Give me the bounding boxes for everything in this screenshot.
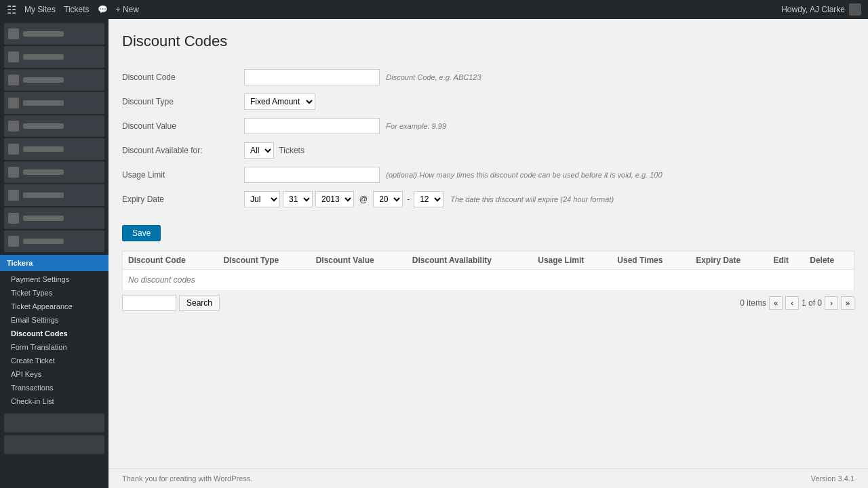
new-link[interactable]: + New	[116, 5, 139, 14]
col-expiry-date: Expiry Date	[690, 251, 768, 270]
search-input[interactable]	[122, 295, 176, 311]
first-page-button[interactable]: «	[769, 296, 783, 310]
sidebar-label	[23, 77, 64, 83]
sidebar-bottom-item-1	[4, 413, 104, 432]
page-content: Discount Codes Discount Code Discount Co…	[108, 19, 868, 325]
discount-codes-table: Discount Code Discount Type Discount Val…	[122, 251, 854, 291]
comments-icon	[8, 121, 19, 131]
sidebar-item-email-settings[interactable]: Email Settings	[0, 313, 108, 327]
usage-limit-hint: (optional) How many times this discount …	[386, 171, 662, 179]
col-discount-availability: Discount Availability	[407, 251, 532, 270]
discount-type-row: Discount Type Fixed Amount Percentage	[122, 89, 854, 114]
usage-limit-input[interactable]	[244, 167, 380, 183]
tickets-suffix: Tickets	[279, 146, 304, 155]
discount-available-select[interactable]: All	[244, 142, 274, 159]
sidebar-label	[23, 123, 64, 129]
expiry-month-select[interactable]: Jul Jan Feb Mar Apr May Jun Aug Sep Oc	[244, 191, 280, 207]
sidebar-item-tools[interactable]	[4, 207, 104, 229]
comment-icon[interactable]: 💬	[98, 5, 108, 14]
items-count: 0 items	[740, 298, 766, 308]
admin-bar: ☷ My Sites Tickets 💬 + New Howdy, AJ Cla…	[0, 0, 868, 19]
sidebar-label	[23, 239, 64, 244]
col-discount-type: Discount Type	[218, 251, 310, 270]
expiry-date-label: Expiry Date	[122, 187, 244, 211]
tools-icon	[8, 213, 19, 224]
sidebar-item-check-in-list[interactable]: Check-in List	[0, 394, 108, 408]
sidebar-item-ticket-types[interactable]: Ticket Types	[0, 286, 108, 300]
sidebar-item-ticket-appearance[interactable]: Ticket Appearance	[0, 300, 108, 313]
discount-type-label: Discount Type	[122, 89, 244, 114]
discount-value-label: Discount Value	[122, 114, 244, 138]
sidebar-item-appearance[interactable]	[4, 138, 104, 160]
pages-icon	[8, 98, 19, 108]
save-button[interactable]: Save	[122, 225, 161, 241]
sidebar-item-users[interactable]	[4, 184, 104, 206]
usage-limit-row: Usage Limit (optional) How many times th…	[122, 163, 854, 187]
table-pagination: 0 items « ‹ 1 of 0 › »	[740, 296, 854, 310]
discount-value-hint: For example: 9.99	[386, 122, 446, 130]
expiry-min-select[interactable]: 12	[414, 191, 443, 207]
col-usage-limit: Usage Limit	[532, 251, 612, 270]
sidebar-item-transactions[interactable]: Transactions	[0, 381, 108, 394]
wp-wrap: Tickera Payment Settings Ticket Types Ti…	[0, 19, 868, 488]
last-page-button[interactable]: »	[841, 296, 854, 310]
sidebar-item-plugins[interactable]	[4, 161, 104, 183]
discount-code-row: Discount Code Discount Code, e.g. ABC123	[122, 65, 854, 89]
admin-bar-left: ☷ My Sites Tickets 💬 + New	[7, 3, 139, 16]
expiry-day-select[interactable]: 31	[283, 191, 313, 207]
appearance-icon	[8, 144, 19, 155]
discount-code-cell: Discount Code, e.g. ABC123	[244, 65, 854, 89]
usage-limit-cell: (optional) How many times this discount …	[244, 163, 854, 187]
user-greeting: Howdy, AJ Clarke	[781, 5, 845, 14]
footer-left: Thank you for creating with WordPress.	[122, 474, 252, 483]
sidebar-item-posts[interactable]	[4, 46, 104, 68]
sidebar-item-payment-settings[interactable]: Payment Settings	[0, 272, 108, 286]
sidebar-bottom-item-2	[4, 435, 104, 454]
tickets-link[interactable]: Tickets	[64, 5, 90, 14]
sidebar-item-create-ticket[interactable]: Create Ticket	[0, 354, 108, 367]
search-button[interactable]: Search	[179, 295, 220, 311]
sidebar-item-discount-codes[interactable]: Discount Codes	[0, 327, 108, 340]
sidebar-item-media[interactable]	[4, 69, 104, 91]
media-icon	[8, 75, 19, 85]
discount-type-cell: Fixed Amount Percentage	[244, 89, 854, 114]
discount-available-label: Discount Available for:	[122, 138, 244, 163]
main-content: Discount Codes Discount Code Discount Co…	[108, 19, 868, 488]
sidebar-item-api-keys[interactable]: API Keys	[0, 367, 108, 381]
expiry-hour-select[interactable]: 20	[373, 191, 403, 207]
tickera-section-label: Tickera	[0, 255, 108, 271]
sidebar-item-pages[interactable]	[4, 92, 104, 114]
sidebar-label	[23, 54, 64, 60]
sidebar-label	[23, 31, 64, 37]
table-row-empty: No discount codes	[123, 270, 854, 291]
page-wrap: Discount Codes Discount Code Discount Co…	[122, 26, 854, 311]
sidebar-label	[23, 169, 64, 175]
wp-logo-icon[interactable]: ☷	[7, 3, 16, 16]
col-delete: Delete	[804, 251, 854, 270]
expiry-year-select[interactable]: 2013	[315, 191, 354, 207]
expiry-at-sign: @	[357, 195, 370, 204]
sidebar-item-form-translation[interactable]: Form Translation	[0, 340, 108, 354]
table-header-row: Discount Code Discount Type Discount Val…	[123, 251, 854, 270]
sidebar-item-settings[interactable]	[4, 230, 104, 252]
admin-sidebar: Tickera Payment Settings Ticket Types Ti…	[0, 19, 108, 488]
expiry-hint: The date this discount will expire (24 h…	[450, 195, 614, 203]
discount-value-input[interactable]	[244, 118, 380, 134]
dashboard-icon	[8, 28, 19, 39]
sidebar-item-dashboard[interactable]	[4, 23, 104, 45]
prev-page-button[interactable]: ‹	[785, 296, 799, 310]
expiry-date-row: Expiry Date Jul Jan Feb Mar Apr May	[122, 187, 854, 211]
discount-type-select[interactable]: Fixed Amount Percentage	[244, 94, 315, 110]
sidebar-label	[23, 192, 64, 198]
expiry-inputs: Jul Jan Feb Mar Apr May Jun Aug Sep Oc	[244, 191, 854, 207]
sidebar-label	[23, 216, 64, 221]
next-page-button[interactable]: ›	[825, 296, 838, 310]
sidebar-item-comments[interactable]	[4, 115, 104, 137]
page-title: Discount Codes	[122, 26, 854, 54]
my-sites-link[interactable]: My Sites	[24, 5, 56, 14]
discount-form: Discount Code Discount Code, e.g. ABC123…	[122, 65, 854, 211]
expiry-date-cell: Jul Jan Feb Mar Apr May Jun Aug Sep Oc	[244, 187, 854, 211]
table-body: No discount codes	[123, 270, 854, 291]
discount-code-input[interactable]	[244, 69, 380, 85]
pagination-info: 1 of 0	[802, 298, 822, 308]
